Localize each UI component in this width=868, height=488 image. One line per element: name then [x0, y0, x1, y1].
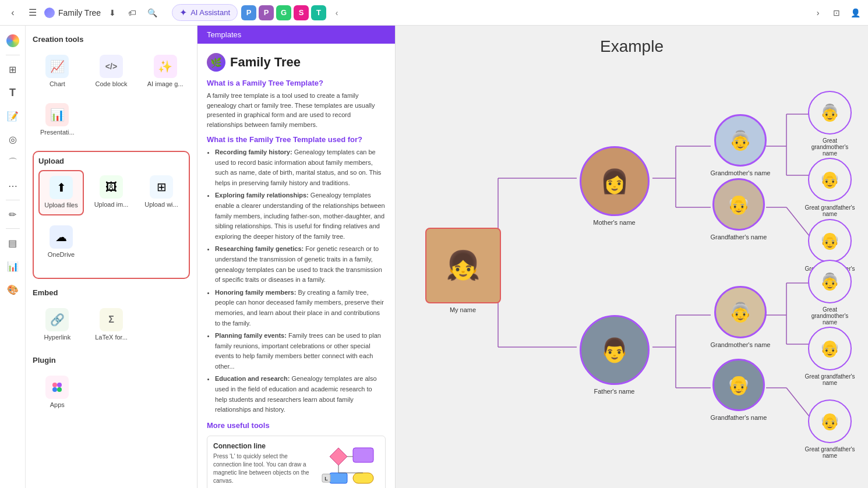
- sidebar-sticky-button[interactable]: 📝: [2, 105, 23, 126]
- tool-chart[interactable]: 📈 Chart: [33, 49, 82, 93]
- tab-pill-2[interactable]: P: [259, 5, 274, 20]
- tool-onedrive[interactable]: ☁ OneDrive: [38, 220, 84, 264]
- sidebar-text-button[interactable]: T: [2, 82, 23, 103]
- tab-pill-1[interactable]: P: [241, 5, 256, 20]
- code-label: Code block: [95, 80, 127, 88]
- node-great-grandfather-1: 👴 Great grandfather's name: [804, 158, 856, 217]
- creation-tools-title: Creation tools: [33, 35, 190, 44]
- tool-apps[interactable]: Apps: [33, 370, 82, 414]
- collapse-pills-button[interactable]: ‹: [330, 6, 344, 20]
- onedrive-icon: ☁: [50, 225, 73, 249]
- download-button[interactable]: ⬇: [104, 5, 121, 21]
- connection-line-title: Connection line: [213, 442, 315, 450]
- presentation-label: Presentati...: [40, 129, 75, 136]
- tab-pill-4[interactable]: S: [294, 5, 309, 20]
- ai-toolbar: ✦ AI Assistant P P G S T ‹: [172, 4, 344, 21]
- tool-latex[interactable]: Σ LaTeX for...: [87, 303, 136, 346]
- paternal-grandmother-label: Grandmother's name: [711, 341, 771, 348]
- node-great-grandmother-2: 👵 Great grandmother's name: [804, 260, 856, 326]
- example-title: Example: [396, 26, 868, 62]
- connection-line-desc: Press 'L' to quickly select the connecti…: [213, 452, 315, 485]
- svg-marker-4: [330, 448, 347, 465]
- fathers-name-label: Father's name: [594, 388, 635, 395]
- expand-button[interactable]: ›: [810, 5, 826, 21]
- creation-tools-grid: 📈 Chart </> Code block ✨ AI image g... 📊…: [33, 49, 190, 142]
- node-great-grandmother-1: 👵 Great grandmother's name: [804, 91, 856, 157]
- what-is-heading: What is a Family Tree Template?: [207, 79, 386, 87]
- node-great-grandfather-2: 👴 Great grandfather's name: [804, 327, 856, 386]
- upload-widget-icon: ⊞: [150, 175, 173, 199]
- template-main-title: Family Tree: [230, 55, 301, 70]
- connection-line-box: Connection line Press 'L' to quickly sel…: [207, 436, 386, 488]
- code-icon: </>: [100, 55, 123, 78]
- ai-assistant-button[interactable]: ✦ AI Assistant: [172, 4, 238, 21]
- svg-rect-6: [330, 473, 347, 483]
- family-tree-canvas: 👧 My name 👩 Mother's name 👨 Father's nam…: [408, 62, 856, 487]
- upload-image-label: Upload im...: [94, 201, 129, 208]
- share-button[interactable]: ⊡: [828, 5, 845, 21]
- template-header-label: Templates: [207, 30, 241, 39]
- sidebar-data-button[interactable]: 📊: [2, 256, 23, 277]
- svg-rect-7: [353, 473, 373, 483]
- sidebar-shapes-button[interactable]: ◎: [2, 129, 23, 150]
- user-button[interactable]: 👤: [847, 5, 863, 21]
- template-logo: 🌿: [207, 53, 225, 72]
- svg-text:L: L: [324, 476, 328, 482]
- used-for-heading: What is the Family Tree Template used fo…: [207, 135, 386, 144]
- sidebar-draw-button[interactable]: ✏: [2, 204, 23, 225]
- great-grandfather-2-label: Great grandfather's name: [804, 373, 856, 386]
- connection-line-text: Connection line Press 'L' to quickly sel…: [213, 442, 315, 488]
- topbar: ‹ ☰ Family Tree ⬇ 🏷 🔍 ✦ AI Assistant P P…: [0, 0, 868, 26]
- tag-button[interactable]: 🏷: [124, 5, 140, 21]
- svg-point-3: [57, 387, 62, 392]
- great-grandfather-1-label: Great grandfather's name: [804, 204, 856, 217]
- plugin-title: Plugin: [33, 356, 190, 365]
- sidebar-grid-button[interactable]: ⊞: [2, 59, 23, 80]
- sidebar-palette2-button[interactable]: 🎨: [2, 279, 23, 300]
- presentation-icon: 📊: [45, 103, 69, 126]
- node-great-grandfather-3: 👴 Great grandfather's name: [804, 399, 856, 459]
- list-item-4: Honoring family members: By creating a f…: [215, 288, 386, 328]
- template-preview: Templates 🌿 Family Tree What is a Family…: [197, 26, 396, 488]
- sidebar-connector-button[interactable]: ⌒: [2, 152, 23, 173]
- upload-section: Upload ⬆ Upload files 🖼 Upload im... ⊞ U…: [33, 151, 190, 278]
- chart-label: Chart: [50, 80, 65, 88]
- ai-image-label: AI image g...: [147, 80, 184, 88]
- connection-line-diagram: L: [321, 442, 379, 488]
- tab-pill-3[interactable]: G: [276, 5, 291, 20]
- upload-files-icon: ⬆: [50, 176, 73, 199]
- example-area: Example: [396, 26, 868, 488]
- ai-assistant-label: AI Assistant: [190, 8, 230, 17]
- apps-icon: [45, 376, 69, 399]
- sidebar-layers-button[interactable]: ▤: [2, 232, 23, 253]
- mothers-name-label: Mother's name: [593, 219, 635, 226]
- menu-button[interactable]: ☰: [24, 5, 41, 21]
- sidebar-more-button[interactable]: ⋯: [2, 175, 23, 196]
- tool-presentation[interactable]: 📊 Presentati...: [33, 98, 82, 142]
- chart-icon: 📈: [45, 55, 69, 78]
- tool-code-block[interactable]: </> Code block: [87, 49, 136, 93]
- topbar-title: Family Tree: [44, 8, 101, 18]
- tool-upload-files[interactable]: ⬆ Upload files: [38, 170, 84, 215]
- sidebar-color-palette[interactable]: [2, 30, 23, 51]
- tool-hyperlink[interactable]: 🔗 Hyperlink: [33, 303, 82, 346]
- main-layout: ⊞ T 📝 ◎ ⌒ ⋯ ✏ ▤ 📊 🎨 Creation tools 📈 Cha…: [0, 26, 868, 488]
- great-grandfather-3-label: Great grandfather's name: [804, 446, 856, 459]
- more-tools-heading: More useful tools: [207, 421, 386, 430]
- latex-label: LaTeX for...: [95, 334, 128, 341]
- great-grandmother-2-label: Great grandmother's name: [804, 306, 856, 326]
- template-title-row: 🌿 Family Tree: [207, 53, 386, 72]
- tool-upload-image[interactable]: 🖼 Upload im...: [89, 170, 134, 215]
- search-button[interactable]: 🔍: [144, 5, 160, 21]
- hyperlink-label: Hyperlink: [44, 334, 70, 341]
- tool-upload-widget[interactable]: ⊞ Upload wi...: [139, 170, 184, 215]
- back-button[interactable]: ‹: [5, 5, 21, 21]
- node-mothers-name: 👩 Mother's name: [580, 146, 650, 226]
- svg-rect-5: [353, 448, 373, 462]
- tool-ai-image[interactable]: ✨ AI image g...: [140, 49, 190, 93]
- tab-pill-5[interactable]: T: [311, 5, 326, 20]
- node-fathers-name: 👨 Father's name: [580, 315, 650, 395]
- node-maternal-grandfather: 👴 Grandfather's name: [711, 178, 767, 241]
- sidebar-divider-3: [6, 228, 20, 229]
- node-paternal-grandmother: 👵 Grandmother's name: [711, 286, 771, 348]
